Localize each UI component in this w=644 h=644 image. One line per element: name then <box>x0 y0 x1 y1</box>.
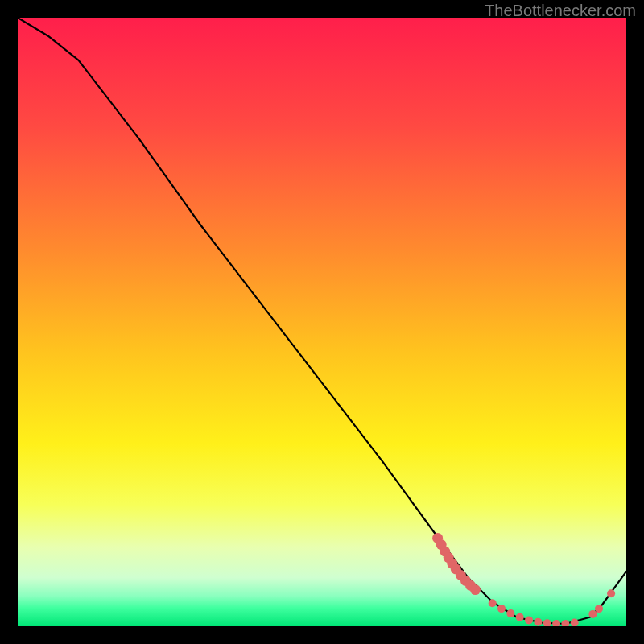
marker-dot <box>497 605 506 613</box>
watermark: TheBottlenecker.com <box>485 2 636 20</box>
marker-dot <box>516 613 524 621</box>
marker-dot <box>607 589 615 597</box>
chart-svg <box>18 18 626 626</box>
marker-dot <box>534 618 542 626</box>
marker-dot <box>595 605 603 613</box>
marker-dot <box>588 610 597 618</box>
plot-area <box>18 18 626 626</box>
marker-dot <box>525 616 533 624</box>
marker-dot <box>489 599 497 607</box>
chart-frame: TheBottlenecker.com <box>0 0 644 644</box>
marker-dot <box>506 609 514 617</box>
gradient-background <box>18 18 626 626</box>
marker-dot <box>470 584 481 595</box>
